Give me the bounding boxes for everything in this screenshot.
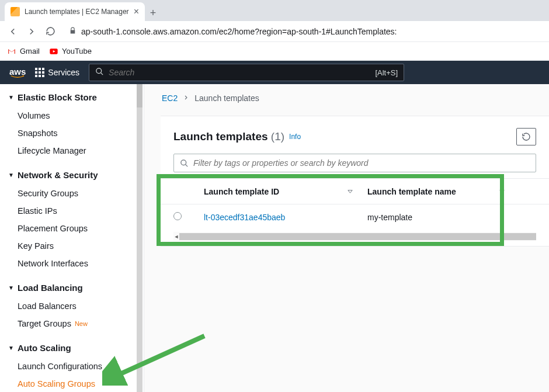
services-button[interactable]: Services — [35, 68, 79, 77]
browser-tab[interactable]: Launch templates | EC2 Manager × — [5, 2, 145, 21]
grid-icon — [35, 68, 44, 77]
svg-point-1 — [96, 68, 102, 74]
bookmark-label: Gmail — [20, 47, 40, 55]
search-input[interactable] — [109, 68, 370, 77]
chevron-right-icon — [183, 93, 189, 103]
table-row[interactable]: lt-03ecedf31ae45baeb my-template — [161, 204, 549, 230]
launch-templates-panel: Launch templates (1) Info Launc — [161, 116, 549, 247]
content-area: EC2 Launch templates Launch templates (1… — [144, 84, 549, 392]
scroll-left-icon[interactable]: ◄ — [173, 233, 179, 240]
search-icon — [180, 159, 189, 168]
back-button[interactable] — [7, 26, 19, 37]
browser-tabs: Launch templates | EC2 Manager × + — [0, 0, 549, 21]
sidebar-item-security-groups[interactable]: Security Groups — [0, 185, 144, 202]
nav-heading-network[interactable]: Network & Security — [0, 164, 144, 185]
sidebar-item-launch-configurations[interactable]: Launch Configurations — [0, 358, 144, 375]
aws-header: aws Services [Alt+S] — [0, 61, 549, 84]
panel-title: Launch templates (1) — [173, 130, 284, 143]
new-tab-button[interactable]: + — [145, 5, 161, 21]
filter-input-field[interactable] — [193, 158, 530, 168]
address-bar[interactable]: ap-south-1.console.aws.amazon.com/ec2/ho… — [63, 23, 542, 40]
bookmark-label: YouTube — [62, 47, 92, 55]
sidebar-item-target-groups[interactable]: Target GroupsNew — [0, 315, 144, 332]
nav-heading-auto-scaling[interactable]: Auto Scaling — [0, 337, 144, 358]
sidebar-item-key-pairs[interactable]: Key Pairs — [0, 237, 144, 255]
breadcrumb-current: Launch templates — [194, 93, 259, 103]
template-name-cell: my-template — [367, 213, 412, 222]
tab-title: Launch templates | EC2 Manager — [25, 8, 129, 16]
aws-logo[interactable]: aws — [9, 67, 26, 78]
row-select-radio[interactable] — [173, 212, 182, 220]
templates-table: Launch template ID Launch template name — [161, 178, 549, 241]
svg-point-2 — [181, 159, 186, 165]
sidebar-nav: Elastic Block Store Volumes Snapshots Li… — [0, 84, 144, 392]
search-shortcut-hint: [Alt+S] — [375, 68, 398, 77]
youtube-icon — [49, 47, 58, 56]
sidebar-scrollbar[interactable] — [135, 84, 144, 392]
column-header-name[interactable]: Launch template name — [367, 187, 519, 196]
forward-button[interactable] — [26, 26, 37, 37]
close-icon[interactable]: × — [134, 6, 139, 17]
sort-icon[interactable] — [499, 187, 519, 196]
sidebar-item-lifecycle[interactable]: Lifecycle Manager — [0, 142, 144, 159]
sidebar-item-volumes[interactable]: Volumes — [0, 107, 144, 124]
sort-icon[interactable] — [347, 187, 367, 196]
address-url: ap-south-1.console.aws.amazon.com/ec2/ho… — [81, 27, 397, 36]
info-link[interactable]: Info — [289, 133, 301, 141]
breadcrumb-root-link[interactable]: EC2 — [162, 93, 178, 103]
nav-heading-ebs[interactable]: Elastic Block Store — [0, 86, 144, 107]
sidebar-item-load-balancers[interactable]: Load Balancers — [0, 297, 144, 315]
refresh-button[interactable] — [516, 128, 536, 145]
lock-icon — [69, 27, 77, 36]
table-header-row: Launch template ID Launch template name — [161, 178, 549, 204]
reload-button[interactable] — [44, 26, 56, 37]
filter-input[interactable] — [173, 154, 536, 172]
global-search[interactable]: [Alt+S] — [89, 64, 404, 81]
gmail-icon — [7, 47, 16, 56]
sidebar-item-snapshots[interactable]: Snapshots — [0, 124, 144, 142]
browser-toolbar: ap-south-1.console.aws.amazon.com/ec2/ho… — [0, 21, 549, 42]
sidebar-item-placement-groups[interactable]: Placement Groups — [0, 220, 144, 237]
breadcrumb: EC2 Launch templates — [161, 93, 549, 103]
panel-count: (1) — [271, 130, 284, 143]
sidebar-item-elastic-ips[interactable]: Elastic IPs — [0, 202, 144, 220]
bookmarks-bar: Gmail YouTube — [0, 42, 549, 61]
aws-favicon — [11, 7, 20, 16]
bookmark-youtube[interactable]: YouTube — [49, 47, 92, 56]
sidebar-item-auto-scaling-groups[interactable]: Auto Scaling Groups — [0, 375, 144, 392]
bookmark-gmail[interactable]: Gmail — [7, 47, 40, 56]
column-header-id[interactable]: Launch template ID — [192, 187, 367, 196]
table-horizontal-scrollbar[interactable]: ◄ — [173, 232, 536, 241]
template-id-link[interactable]: lt-03ecedf31ae45baeb — [204, 213, 285, 222]
refresh-icon — [522, 132, 531, 141]
new-badge: New — [75, 320, 88, 327]
services-label: Services — [48, 68, 79, 77]
nav-heading-load-balancing[interactable]: Load Balancing — [0, 277, 144, 297]
search-icon — [95, 67, 104, 78]
sidebar-item-network-interfaces[interactable]: Network Interfaces — [0, 255, 144, 272]
